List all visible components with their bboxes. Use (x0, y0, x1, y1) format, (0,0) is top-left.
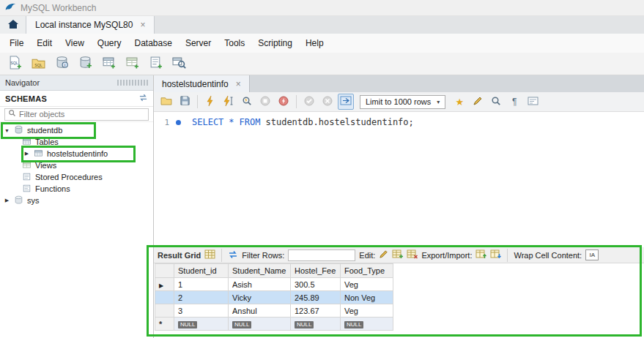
menu-query[interactable]: Query (91, 34, 128, 52)
open-file-button[interactable] (158, 94, 174, 110)
limit-rows-dropdown[interactable]: Limit to 1000 rows ▾ (360, 95, 445, 109)
sql-editor[interactable]: 1 SELECT * FROM studentdb.hostelstudenti… (154, 112, 644, 247)
cell-student-id[interactable]: NULL (174, 318, 229, 331)
tree-item-hostelstudentinfo[interactable]: ▶ hostelstudentinfo (0, 148, 153, 159)
tree-item-views[interactable]: Views (0, 159, 153, 171)
show-invisibles-button[interactable]: ¶ (506, 94, 522, 110)
tree-item-studentdb[interactable]: ▼ studentdb (0, 124, 153, 136)
cell-hostel-fee[interactable]: 123.67 (291, 304, 341, 318)
delete-row-icon[interactable] (407, 249, 418, 260)
execute-current-statement-button[interactable] (221, 94, 237, 110)
cell-food-type[interactable]: NULL (341, 318, 393, 331)
menu-help[interactable]: Help (299, 34, 330, 52)
tree-label-stored-procedures: Stored Procedures (35, 173, 103, 181)
filter-rows-input[interactable] (288, 249, 355, 261)
menu-file[interactable]: File (3, 34, 30, 52)
import-icon[interactable] (490, 249, 501, 260)
table-row-selected[interactable]: 2 Vicky 245.89 Non Veg (155, 291, 393, 304)
cell-student-id[interactable]: 1 (174, 278, 229, 291)
filter-objects-box[interactable] (4, 108, 149, 121)
filter-objects-input[interactable] (19, 110, 145, 119)
cell-food-type[interactable]: Veg (341, 278, 393, 291)
inspector-button[interactable]: i (53, 55, 71, 72)
refresh-schemas-icon[interactable] (138, 94, 148, 103)
row-selector[interactable]: ▶ (155, 278, 174, 291)
column-header-student-name[interactable]: Student_Name (229, 264, 291, 278)
panel-grip-icon[interactable] (117, 80, 148, 86)
cell-hostel-fee[interactable]: NULL (291, 318, 341, 331)
insert-row-icon[interactable] (392, 249, 403, 260)
wrap-text-button[interactable] (525, 94, 541, 110)
result-grid-icon[interactable] (204, 249, 215, 260)
execute-button[interactable] (202, 94, 218, 110)
export-icon[interactable] (475, 249, 486, 260)
beautify-button[interactable]: ★ (451, 94, 467, 110)
cell-hostel-fee[interactable]: 245.89 (291, 291, 341, 304)
chevron-right-icon[interactable]: ▶ (23, 151, 30, 157)
column-header-hostel-fee[interactable]: Hostel_Fee (291, 264, 341, 278)
wrap-cell-content-icon[interactable]: IA (585, 249, 599, 260)
create-procedure-button[interactable] (147, 55, 165, 72)
cell-student-name[interactable]: Anshul (229, 304, 291, 318)
cell-student-name[interactable]: Vicky (229, 291, 291, 304)
edit-record-icon[interactable] (379, 249, 388, 260)
explain-button[interactable] (239, 94, 255, 110)
menu-database[interactable]: Database (128, 34, 179, 52)
menu-bar: File Edit View Query Database Server Too… (0, 34, 644, 53)
toggle-autocommit-button[interactable] (338, 94, 354, 110)
stop-on-error-icon (278, 96, 289, 108)
commit-button[interactable] (301, 94, 317, 110)
row-selector[interactable] (155, 304, 174, 318)
row-selector[interactable] (155, 291, 174, 304)
menu-view[interactable]: View (59, 34, 91, 52)
close-icon[interactable]: × (236, 80, 241, 89)
cell-student-name[interactable]: NULL (229, 318, 291, 331)
cell-student-name[interactable]: Asish (229, 278, 291, 291)
tree-item-functions[interactable]: Functions (0, 183, 153, 195)
column-header-student-id[interactable]: Student_id (174, 264, 229, 278)
chevron-right-icon[interactable]: ▶ (4, 198, 10, 203)
chevron-down-icon[interactable]: ▼ (4, 128, 10, 133)
menu-scripting[interactable]: Scripting (251, 34, 299, 52)
connection-tab[interactable]: Local instance MySQL80 × (26, 16, 155, 34)
create-schema-button[interactable] (76, 55, 95, 72)
refresh-results-icon[interactable] (228, 250, 238, 260)
stop-button[interactable] (257, 94, 273, 110)
home-tab-button[interactable] (0, 16, 26, 34)
result-grid: Student_id Student_Name Hostel_Fee Food_… (155, 263, 393, 331)
save-button[interactable] (177, 94, 193, 110)
menu-server[interactable]: Server (179, 34, 218, 52)
menu-tools[interactable]: Tools (218, 34, 251, 52)
new-sql-tab-button[interactable]: SQL (6, 55, 24, 72)
new-row-placeholder[interactable]: * NULL NULL NULL NULL (155, 318, 393, 331)
rollback-button[interactable] (319, 94, 336, 110)
cell-food-type[interactable]: Non Veg (341, 291, 393, 304)
open-sql-script-icon: SQL (32, 56, 45, 72)
search-data-button[interactable] (170, 55, 188, 72)
table-row[interactable]: 3 Anshul 123.67 Veg (155, 304, 393, 318)
cell-food-type[interactable]: Veg (341, 304, 393, 318)
tree-item-sys[interactable]: ▶ sys (0, 195, 153, 206)
row-selector[interactable]: * (155, 318, 174, 331)
column-header-food-type[interactable]: Food_Type (341, 264, 393, 278)
cell-student-id[interactable]: 2 (174, 291, 229, 304)
cell-student-id[interactable]: 3 (174, 304, 229, 318)
table-row[interactable]: ▶ 1 Asish 300.5 Veg (155, 278, 393, 291)
sql-statement[interactable]: SELECT * FROM studentdb.hostelstudentinf… (192, 117, 414, 127)
select-all-cell[interactable] (155, 264, 174, 278)
create-view-button[interactable] (123, 55, 141, 72)
tree-item-tables[interactable]: Tables (0, 136, 153, 148)
close-icon[interactable]: × (140, 20, 145, 29)
create-schema-icon (78, 56, 92, 72)
find-button[interactable] (488, 94, 504, 110)
title-bar: MySQL Workbench (0, 0, 644, 16)
menu-edit[interactable]: Edit (30, 34, 59, 52)
editor-tab-hostelstudentinfo[interactable]: hostelstudentinfo × (154, 75, 250, 92)
tree-item-stored-procedures[interactable]: Stored Procedures (0, 171, 153, 183)
filter-rows-label: Filter Rows: (242, 251, 284, 260)
toggle-stop-on-error-button[interactable] (275, 94, 292, 110)
open-sql-script-button[interactable]: SQL (29, 55, 48, 72)
clean-up-button[interactable] (470, 94, 486, 110)
cell-hostel-fee[interactable]: 300.5 (291, 278, 341, 291)
create-table-button[interactable] (100, 55, 118, 72)
